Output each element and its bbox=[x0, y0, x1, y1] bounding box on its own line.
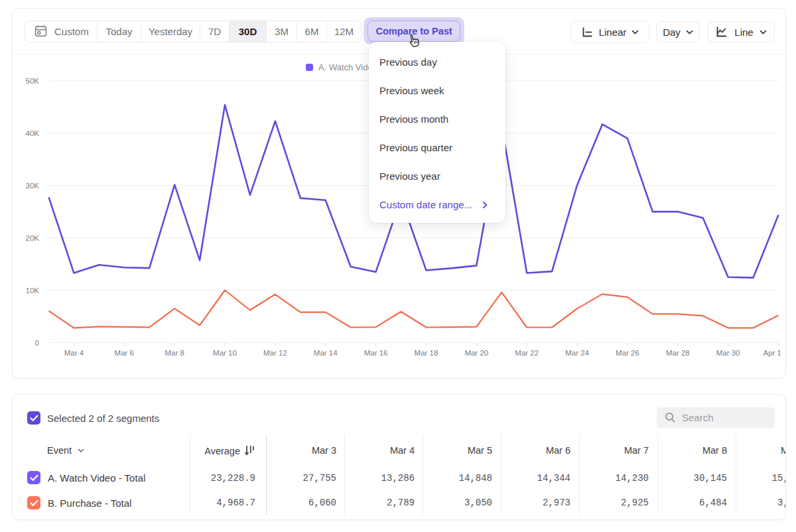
svg-text:Mar 30: Mar 30 bbox=[716, 349, 740, 357]
svg-text:30K: 30K bbox=[26, 182, 40, 190]
svg-text:Mar 12: Mar 12 bbox=[263, 349, 287, 357]
svg-text:Apr 1: Apr 1 bbox=[763, 349, 782, 357]
svg-text:50K: 50K bbox=[26, 77, 40, 85]
svg-text:10K: 10K bbox=[26, 287, 40, 295]
svg-text:Mar 28: Mar 28 bbox=[666, 349, 690, 357]
svg-text:0: 0 bbox=[35, 339, 39, 347]
svg-text:Mar 10: Mar 10 bbox=[213, 349, 237, 357]
svg-text:Mar 6: Mar 6 bbox=[115, 349, 134, 357]
svg-text:40K: 40K bbox=[26, 129, 40, 137]
svg-text:Mar 16: Mar 16 bbox=[364, 349, 388, 357]
svg-text:Mar 26: Mar 26 bbox=[616, 349, 639, 357]
svg-text:20K: 20K bbox=[26, 234, 40, 242]
svg-text:Mar 14: Mar 14 bbox=[314, 349, 338, 357]
svg-text:Mar 8: Mar 8 bbox=[165, 349, 184, 357]
svg-text:Mar 24: Mar 24 bbox=[565, 349, 589, 357]
svg-text:Mar 22: Mar 22 bbox=[515, 349, 539, 357]
svg-text:Mar 20: Mar 20 bbox=[464, 349, 488, 357]
svg-text:Mar 4: Mar 4 bbox=[64, 349, 84, 357]
svg-text:Mar 18: Mar 18 bbox=[415, 349, 438, 357]
